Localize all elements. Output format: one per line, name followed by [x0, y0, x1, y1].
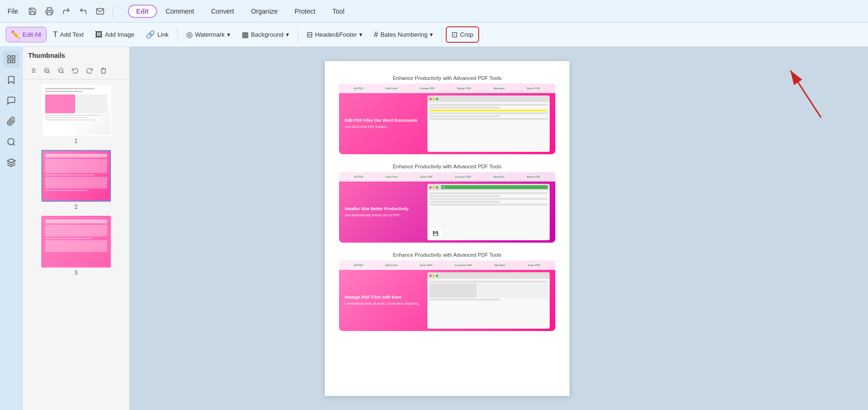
thumb-controls — [23, 62, 129, 79]
watermark-icon: ◎ — [186, 30, 193, 39]
header-footer-button[interactable]: ⊟ Header&Footer ▾ — [302, 27, 367, 42]
toolbar-sep-2 — [298, 27, 298, 42]
thumb-zoom-out-button[interactable] — [55, 64, 68, 77]
svg-rect-4 — [12, 60, 15, 63]
thumbnails-title: Thumbnails — [28, 52, 65, 59]
tab-edit[interactable]: Edit — [128, 5, 157, 18]
main-area: Thumbnails — [0, 47, 868, 410]
svg-line-15 — [48, 72, 50, 73]
pdf-section-1: Enhance Productivity with Advanced PDF T… — [339, 75, 555, 154]
pdf-card-1-text: Edit PDF Files like Word Documents Your … — [345, 118, 423, 129]
pdf-section-title-3: Enhance Productivity with Advanced PDF T… — [393, 252, 502, 258]
bates-numbering-button[interactable]: # Bates Numbering ▾ — [369, 28, 438, 42]
crop-icon: ⊡ — [451, 30, 458, 39]
background-dropdown-icon: ▾ — [286, 31, 289, 38]
pdf-card-3: All PDF Edit Form Scan PDF Combine PDF W… — [339, 260, 555, 331]
layers-panel-button[interactable] — [3, 154, 20, 171]
crop-arrow-annotation — [765, 56, 859, 132]
pdf-section-title-1: Enhance Productivity with Advanced PDF T… — [393, 75, 502, 81]
pdf-card-3-screenshot — [427, 272, 550, 329]
svg-line-22 — [790, 71, 821, 118]
edit-all-button[interactable]: ✏️ Edit All — [6, 27, 47, 42]
link-icon: 🔗 — [146, 30, 155, 39]
background-icon: ▦ — [242, 30, 249, 39]
bates-numbering-icon: # — [374, 31, 378, 39]
toolbar-sep-1 — [177, 27, 178, 42]
redo-button[interactable] — [60, 5, 73, 18]
file-menu[interactable]: File — [8, 8, 18, 15]
crop-button[interactable]: ⊡ Crop — [446, 26, 479, 43]
right-area — [765, 47, 868, 410]
svg-marker-7 — [7, 159, 15, 163]
pdf-card-1-screenshot — [427, 95, 550, 152]
side-panel-icons — [0, 47, 23, 410]
add-image-button[interactable]: 🖼 Add Image — [90, 28, 139, 42]
header-footer-dropdown-icon: ▾ — [359, 31, 363, 38]
print-button[interactable] — [43, 5, 56, 18]
svg-rect-3 — [8, 60, 10, 63]
thumbnails-panel: Thumbnails — [23, 47, 130, 410]
thumbnail-page-2[interactable]: 2 — [41, 150, 111, 210]
svg-line-6 — [13, 144, 15, 146]
thumb-rotate-cw-button[interactable] — [83, 64, 96, 77]
thumb-img-2 — [41, 150, 111, 202]
svg-point-5 — [8, 139, 14, 145]
edit-all-icon: ✏️ — [11, 30, 20, 39]
thumb-zoom-in-button[interactable] — [40, 64, 54, 77]
email-button[interactable] — [94, 5, 107, 18]
comment-panel-button[interactable] — [3, 92, 20, 109]
tab-convert[interactable]: Convert — [203, 5, 243, 18]
pdf-card-3-text: Manage PDF Files with Ease Lorem ipsum d… — [345, 295, 423, 306]
attachment-panel-button[interactable] — [3, 113, 20, 130]
thumbnails-header: Thumbnails — [23, 47, 129, 62]
thumb-num-2: 2 — [74, 204, 78, 210]
pdf-section-3: Enhance Productivity with Advanced PDF T… — [339, 252, 555, 331]
thumbnail-page-3[interactable]: 3 — [41, 216, 111, 276]
thumb-num-1: 1 — [74, 138, 78, 144]
pdf-card-1: All PDF Edit Form Create PDF Merge PDF W… — [339, 84, 555, 154]
pdf-card-2-text: Smaller Size Better Productivity Add aut… — [345, 206, 423, 217]
nav-tabs: Edit Comment Convert Organize Protect To… — [128, 5, 353, 18]
svg-rect-0 — [47, 12, 51, 15]
thumb-list: 1 2 — [23, 79, 129, 410]
tab-protect[interactable]: Protect — [286, 5, 324, 18]
thumbnails-panel-button[interactable] — [3, 51, 20, 68]
svg-line-19 — [63, 72, 64, 73]
nav-divider — [112, 6, 113, 17]
thumb-rotate-ccw-button[interactable] — [69, 64, 82, 77]
save-button[interactable] — [26, 5, 39, 18]
pdf-section-title-2: Enhance Productivity with Advanced PDF T… — [393, 164, 502, 169]
pdf-content-area[interactable]: Enhance Productivity with Advanced PDF T… — [130, 47, 765, 410]
svg-rect-2 — [12, 56, 15, 59]
thumbnail-page-1[interactable]: 1 — [41, 84, 111, 144]
thumb-list-view-button[interactable] — [26, 64, 39, 77]
pdf-card-2: All PDF Edit Form Scan PDF Convert PDF W… — [339, 172, 555, 243]
toolbar-sep-3 — [442, 27, 442, 42]
pdf-card-2-screenshot: A≡ — [427, 184, 550, 240]
tab-comment[interactable]: Comment — [157, 5, 203, 18]
bookmark-panel-button[interactable] — [3, 71, 20, 88]
thumb-img-3 — [41, 216, 111, 268]
pdf-section-2: Enhance Productivity with Advanced PDF T… — [339, 164, 555, 243]
thumb-img-1 — [41, 84, 111, 136]
add-image-icon: 🖼 — [95, 31, 103, 39]
pdf-page: Enhance Productivity with Advanced PDF T… — [325, 61, 569, 396]
thumb-delete-button[interactable] — [97, 64, 110, 77]
background-button[interactable]: ▦ Background ▾ — [237, 27, 294, 42]
thumb-num-3: 3 — [74, 269, 78, 276]
bates-dropdown-icon: ▾ — [430, 31, 433, 38]
tab-tool[interactable]: Tool — [324, 5, 353, 18]
link-button[interactable]: 🔗 Link — [141, 27, 174, 42]
add-text-button[interactable]: T Add Text — [48, 28, 88, 42]
undo-button[interactable] — [77, 5, 90, 18]
toolbar: ✏️ Edit All T Add Text 🖼 Add Image 🔗 Lin… — [0, 23, 868, 47]
watermark-dropdown-icon: ▾ — [227, 31, 230, 38]
top-nav: File Edit Comment Convert Organize Prote… — [0, 0, 868, 23]
search-panel-button[interactable] — [3, 134, 20, 150]
tab-organize[interactable]: Organize — [243, 5, 286, 18]
add-text-icon: T — [53, 31, 58, 39]
header-footer-icon: ⊟ — [307, 30, 313, 39]
svg-rect-1 — [8, 56, 10, 59]
watermark-button[interactable]: ◎ Watermark ▾ — [181, 27, 235, 42]
